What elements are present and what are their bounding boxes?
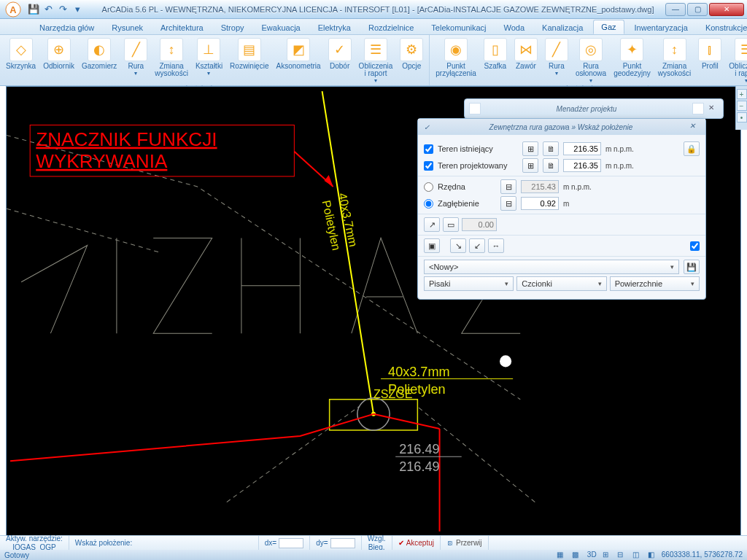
sb-icon-3[interactable]: ⊞ (603, 551, 613, 559)
interrupt-button[interactable]: ⦻Przerwij (441, 536, 489, 550)
pm-tool-icon[interactable] (692, 103, 704, 114)
tab-kanalizacja[interactable]: Kanalizacja (535, 21, 590, 34)
ribbon-tabs: Narzędzia głów Rysunek Architektura Stro… (0, 19, 747, 35)
pipe-properties-panel[interactable]: ✓ Zewnętrzna rura gazowa » Wskaż położen… (417, 118, 706, 300)
btn-czcionki[interactable]: Czcionki▾ (516, 276, 606, 291)
cmd-punkt-geo[interactable]: ✦Punkt geodezyjny (612, 36, 652, 84)
panel-header[interactable]: ✓ Zewnętrzna rura gazowa » Wskaż położen… (418, 119, 705, 135)
tab-rozdzielnice[interactable]: Rozdzielnice (361, 21, 421, 34)
cmd-szafka[interactable]: ▯Szafka (482, 36, 508, 84)
axon-icon: ◩ (287, 38, 310, 61)
cmd-zmiana-wys2[interactable]: ↕Zmiana wysokości (657, 36, 693, 84)
cmd-zawor[interactable]: ⋈Zawór (513, 36, 539, 84)
accept-button[interactable]: ✔Akceptuj (392, 536, 441, 550)
tab-ewakuacja[interactable]: Ewakuacja (255, 21, 308, 34)
sb-3d-icon[interactable]: 3D (587, 551, 597, 559)
cmd-rozwiniecie[interactable]: ▤Rozwinięcie (228, 36, 270, 84)
cmd-obliczenia[interactable]: ☰Obliczenia i raport▾ (357, 36, 395, 84)
valve-icon: ⋈ (514, 38, 538, 61)
window-titlebar: A 💾 ↶ ↷ ▾ ArCADia 5.6 PL - WEWNĘTRZNA, N… (0, 0, 747, 19)
chk-right[interactable] (690, 241, 700, 251)
pick-rzedna-icon[interactable]: ⊟ (500, 179, 516, 194)
cmd-gazomierz[interactable]: ◐Gazomierz (80, 36, 118, 84)
redo-icon[interactable]: ↷ (57, 4, 69, 15)
cmd-zmiana-wys[interactable]: ↕Zmiana wysokości (153, 36, 190, 84)
close-button[interactable]: ✕ (709, 3, 744, 16)
options-icon: ⚙ (400, 38, 423, 61)
tab-rysunek[interactable]: Rysunek (104, 21, 150, 34)
tab-gaz[interactable]: Gaz (593, 20, 624, 34)
tab-konstrukcje[interactable]: Konstrukcje (698, 21, 747, 34)
tool-3-icon[interactable]: ↙ (469, 238, 485, 253)
inp-teren-istn[interactable] (563, 142, 601, 155)
sb-icon-2[interactable]: ▩ (572, 551, 582, 559)
dx-input[interactable] (279, 538, 303, 548)
cmd-aksonometria[interactable]: ◩Aksonometria (274, 36, 322, 84)
radio-rzedna[interactable] (424, 182, 433, 192)
sb-icon-1[interactable]: ▦ (557, 551, 567, 559)
sb-icon-5[interactable]: ◫ (632, 551, 643, 559)
project-manager-panel[interactable]: Menadżer projektu ✕ (464, 98, 724, 119)
pick-zag-icon[interactable]: ⊟ (500, 196, 516, 211)
inp-rzedna (521, 180, 559, 193)
cmd-punkt-przyl[interactable]: ◉Punkt przyłączenia (434, 36, 478, 84)
cmd-obliczenia2[interactable]: ☰Obliczenia i raport▾ (727, 36, 747, 84)
height-icon-2: ↕ (663, 38, 686, 61)
lock-icon[interactable]: 🔒 (684, 141, 700, 156)
tool-2-icon[interactable]: ↘ (450, 238, 466, 253)
rt-plus-icon[interactable]: + (737, 89, 747, 99)
tool-1-icon[interactable]: ▣ (424, 238, 440, 253)
inp-teren-proj[interactable] (563, 159, 601, 172)
tab-narzedzia[interactable]: Narzędzia głów (32, 21, 101, 34)
qat-dropdown-icon[interactable]: ▾ (71, 4, 83, 15)
tab-elektryka[interactable]: Elektryka (311, 21, 358, 34)
ribbon-group-instalacje-gazowe-zew: ◉Punkt przyłączenia ▯Szafka ⋈Zawór ╱Rura… (430, 35, 747, 85)
btn-pisaki[interactable]: Pisaki▾ (424, 276, 514, 291)
chk-teren-proj[interactable] (424, 161, 433, 171)
cmd-odbiornik[interactable]: ⊕Odbiornik (42, 36, 76, 84)
cmd-profil[interactable]: ⫿Profil (697, 36, 723, 84)
cmd-skrzynka[interactable]: ◇Skrzynka (4, 36, 37, 84)
cmd-rura[interactable]: ╱Rura▾ (123, 36, 149, 84)
info-teren-proj-icon[interactable]: 🗎 (543, 158, 559, 173)
wzgl-cell[interactable]: Wzgl.Bieg. (362, 536, 392, 550)
panel-close-icon[interactable]: ✕ (689, 122, 700, 132)
pick-teren-proj-icon[interactable]: ⊞ (522, 158, 538, 173)
tool-4-icon[interactable]: ↔ (488, 238, 504, 253)
style-save-icon[interactable]: 💾 (684, 260, 700, 274)
rt-minus-icon[interactable]: − (737, 101, 747, 111)
pick-teren-istn-icon[interactable]: ⊞ (522, 141, 538, 156)
tab-woda[interactable]: Woda (497, 21, 533, 34)
rt-dot-icon[interactable]: • (737, 112, 747, 122)
undo-icon[interactable]: ↶ (42, 4, 54, 15)
cmd-ksztaltki[interactable]: ⊥Kształtki▾ (194, 36, 224, 84)
sb-icon-6[interactable]: ◧ (648, 551, 658, 559)
tool-b-icon[interactable]: ▭ (443, 217, 459, 232)
conn-point-icon: ◉ (444, 38, 468, 61)
tool-a-icon[interactable]: ↗ (424, 217, 440, 232)
chk-teren-istn[interactable] (424, 144, 433, 154)
maximize-button[interactable]: ▢ (687, 3, 708, 16)
cmd-dobor[interactable]: ✓Dobór (327, 36, 353, 84)
pm-close-icon[interactable]: ✕ (708, 104, 719, 114)
cmd-rura-ext[interactable]: ╱Rura▾ (543, 36, 570, 84)
btn-powierzchnie[interactable]: Powierzchnie▾ (610, 276, 700, 291)
window-title: ArCADia 5.6 PL - WEWNĘTRZNA, NIEKOMERCYJ… (90, 5, 665, 14)
cmd-rura-osl[interactable]: ◎Rura osłonowa▾ (574, 36, 608, 84)
tab-stropy[interactable]: Stropy (214, 21, 252, 34)
style-dropdown[interactable]: <Nowy>▾ (424, 260, 679, 274)
tab-telekom[interactable]: Telekomunikacj (424, 21, 493, 34)
pm-add-icon[interactable] (469, 103, 481, 114)
cmd-opcje[interactable]: ⚙Opcje (398, 36, 425, 84)
app-logo-icon: A (3, 1, 23, 18)
tab-architektura[interactable]: Architektura (153, 21, 211, 34)
minimize-button[interactable]: — (665, 3, 686, 16)
tab-inwentaryzacja[interactable]: Inwentaryzacja (627, 21, 695, 34)
inp-zaglebienie[interactable] (521, 197, 559, 210)
prompt-cell: Wskaż położenie: (69, 536, 259, 550)
info-teren-istn-icon[interactable]: 🗎 (543, 141, 559, 156)
dy-input[interactable] (330, 538, 355, 548)
save-icon[interactable]: 💾 (28, 4, 39, 15)
sb-icon-4[interactable]: ⊟ (617, 551, 627, 559)
radio-zaglebienie[interactable] (424, 199, 433, 209)
